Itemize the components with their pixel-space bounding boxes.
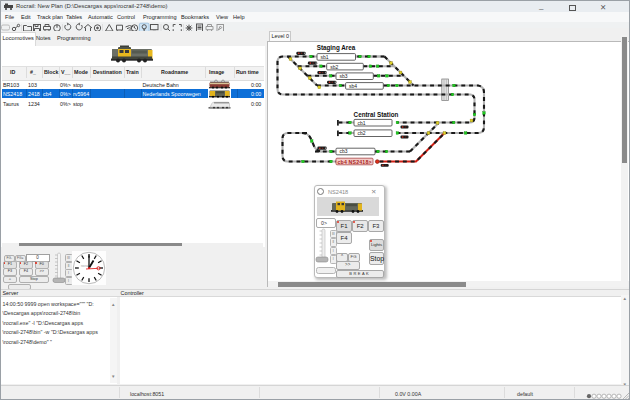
svg-text:Staging Area: Staging Area: [317, 44, 356, 52]
svg-text:cb2: cb2: [358, 130, 366, 136]
svg-text:sb4: sb4: [349, 83, 357, 89]
svg-text:Central Station: Central Station: [354, 111, 399, 118]
svg-text:sb3: sb3: [340, 73, 348, 79]
svg-text:cb3: cb3: [340, 148, 348, 154]
svg-text:sb2: sb2: [330, 64, 338, 70]
svg-text:cb1: cb1: [358, 120, 366, 126]
svg-text:sb1: sb1: [321, 54, 329, 60]
svg-text:cb4 NS2418>: cb4 NS2418>: [338, 159, 372, 165]
svg-text:rocrail: rocrail: [81, 264, 90, 268]
